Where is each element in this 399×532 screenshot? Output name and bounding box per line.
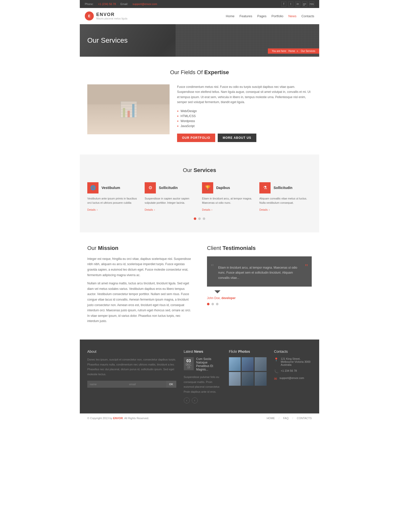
nav-separator: /	[292, 417, 293, 420]
service-icon-flask: ⚗	[259, 182, 271, 193]
carousel-dot-3[interactable]	[203, 217, 205, 220]
service-item-sollicitudin2: ⚗ Sollicitudin Aliquam convallis vitae m…	[259, 182, 312, 211]
expertise-image	[87, 84, 170, 134]
newsletter-email-input[interactable]	[127, 381, 166, 388]
expertise-content: Fusce condimentum metus nisl. Fusce eu o…	[177, 84, 312, 142]
news-text: Cum Sociis Natoque Penatibus Et Magnis..…	[196, 357, 221, 372]
nav-news[interactable]: News	[288, 13, 297, 19]
quote-open-icon: "	[211, 260, 214, 273]
bottom-nav-faq[interactable]: FAQ	[283, 417, 289, 420]
testimonials-title: Client Testimonials	[207, 245, 312, 251]
service-desc: Vestibulum ante ipsum primis in faucibus…	[87, 196, 140, 205]
email-icon: ✉	[274, 377, 277, 381]
email-link[interactable]: support@envor.com	[133, 2, 157, 5]
arrow-icon: ›	[97, 208, 98, 211]
mission-para-1: Integer est neque, fringilla eu orci vit…	[87, 256, 192, 278]
breadcrumb-current: Our Services	[301, 50, 315, 52]
testimonials-block: Client Testimonials " " Etiam in tincidu…	[207, 245, 312, 327]
contact-address-item: 📍 121 King Street, Melbourne Victoria 30…	[274, 357, 312, 366]
testimonial-quote: Etiam in tincidunt arcu, at tempor magna…	[213, 263, 305, 280]
twitter-icon[interactable]: t	[288, 1, 293, 6]
email-address: support@envor.com	[133, 2, 157, 5]
testimonial-dot-3[interactable]	[216, 303, 218, 305]
footer-news-item: 03 DEC, 13 Cum Sociis Natoque Penatibus …	[184, 357, 221, 372]
service-details-link[interactable]: Details ›	[145, 208, 197, 211]
expertise-section: Our Fields Of Expertise Fusce condimentu…	[80, 57, 319, 155]
services-title: Our Services	[87, 167, 312, 174]
expertise-grid: Fusce condimentum metus nisl. Fusce eu o…	[87, 84, 312, 142]
flickr-photo-4[interactable]	[229, 372, 241, 386]
contact-phone: +1 234 56 78	[281, 369, 297, 372]
top-bar: Phone: +1 (234) 56 78 Email: support@env…	[80, 0, 319, 8]
facebook-icon[interactable]: f	[281, 1, 286, 6]
service-title: Sollicitudin	[274, 186, 292, 190]
breadcrumb-prefix: You are here:	[272, 50, 287, 52]
flickr-photo-6[interactable]	[255, 372, 267, 386]
googleplus-icon[interactable]: g+	[302, 1, 307, 6]
mission-testimonials-section: Our Mission Integer est neque, fringilla…	[80, 232, 319, 340]
arrow-icon: ›	[154, 208, 155, 211]
service-details-link[interactable]: Details ›	[259, 208, 312, 211]
service-header: 🏆 Dapibus	[202, 182, 254, 193]
skill-item: HTML/CSS	[177, 114, 312, 119]
testimonial-dot-2[interactable]	[211, 303, 214, 305]
portfolio-button[interactable]: OUR PORTFOLIO	[177, 134, 215, 142]
testimonial-dot-1[interactable]	[207, 303, 209, 305]
newsletter-form: OK	[87, 381, 176, 388]
flickr-photo-3[interactable]	[255, 357, 267, 371]
newsletter-submit-button[interactable]: OK	[166, 381, 176, 388]
service-item-vestibulum: 🌐 Vestibulum Vestibulum ante ipsum primi…	[87, 182, 140, 211]
hero-title: Our Services	[80, 36, 128, 44]
bottom-nav-home[interactable]: HOME	[267, 417, 275, 420]
carousel-dot-2[interactable]	[198, 217, 201, 220]
testimonial-dots	[207, 303, 312, 305]
breadcrumb-home[interactable]: Home	[288, 50, 295, 52]
contact-phone-item: 📞 +1 234 56 78	[274, 369, 312, 373]
rss-icon[interactable]: rss	[309, 1, 314, 6]
nav-contacts[interactable]: Contacts	[301, 13, 314, 19]
nav-pages[interactable]: Pages	[257, 13, 267, 19]
flickr-photo-5[interactable]	[242, 372, 254, 386]
footer: About Donec leo ipsum, suscipit et conse…	[80, 340, 319, 413]
services-grid: 🌐 Vestibulum Vestibulum ante ipsum primi…	[87, 182, 312, 211]
nav-portfolio[interactable]: Portfolio	[271, 13, 283, 19]
logo-text-block: ENVOR Mauris placerat metus ligula	[96, 12, 127, 20]
main-nav: Home Features Pages Portfolio News Conta…	[226, 13, 314, 19]
mission-title: Our Mission	[87, 245, 192, 251]
news-day: 03	[186, 359, 192, 363]
news-navigation: ‹ ›	[184, 397, 221, 403]
phone-icon: 📞	[274, 369, 278, 373]
news-prev-button[interactable]: ‹	[184, 397, 190, 403]
nav-home[interactable]: Home	[226, 13, 235, 19]
footer-about-title: About	[87, 350, 176, 354]
quote-close-icon: "	[305, 260, 308, 273]
email-label: Email:	[120, 2, 128, 5]
footer-flickr-title: Flickr Photos	[229, 350, 267, 354]
skill-item: Web/Design	[177, 109, 312, 114]
carousel-dot-1[interactable]	[194, 217, 196, 220]
bottom-nav-contacts[interactable]: CONTACTS	[297, 417, 312, 420]
breadcrumb: You are here: Home » Our Services	[268, 48, 319, 54]
linkedin-icon[interactable]: in	[295, 1, 300, 6]
logo[interactable]: E ENVOR Mauris placerat metus ligula	[85, 11, 127, 20]
phone-link[interactable]: +1 (234) 56 78	[98, 2, 116, 5]
service-details-link[interactable]: Details ›	[202, 208, 254, 211]
news-date: 03 DEC, 13	[184, 357, 194, 370]
nav-separator: /	[279, 417, 279, 420]
footer-newsletter: OK	[87, 381, 176, 388]
newsletter-name-input[interactable]	[87, 381, 127, 388]
skill-item: JavaScript	[177, 124, 312, 129]
footer-about-text: Donec leo ipsum, suscipit et consectetur…	[87, 357, 176, 377]
news-next-button[interactable]: ›	[192, 397, 198, 403]
service-details-link[interactable]: Details ›	[87, 208, 140, 211]
skill-list: Web/Design HTML/CSS Wordpress JavaScript	[177, 109, 312, 129]
footer-contacts: Contacts 📍 121 King Street, Melbourne Vi…	[274, 350, 312, 403]
service-header: ⚙ Sollicitudin	[145, 182, 197, 193]
nav-features[interactable]: Features	[239, 13, 252, 19]
flickr-photo-2[interactable]	[242, 357, 254, 371]
about-button[interactable]: MORE ABOUT US	[218, 134, 256, 142]
service-item-sollicitudin1: ⚙ Sollicitudin Suspendisse in sapien auc…	[145, 182, 197, 211]
service-header: 🌐 Vestibulum	[87, 182, 140, 193]
phone-label: Phone:	[85, 2, 94, 5]
flickr-photo-1[interactable]	[229, 357, 241, 371]
